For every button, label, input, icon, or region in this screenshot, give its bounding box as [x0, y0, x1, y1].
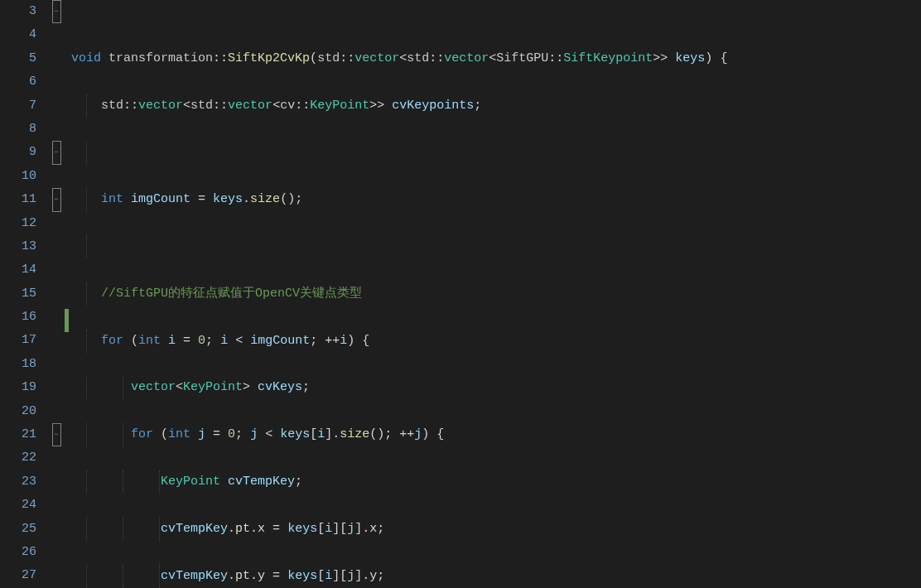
line-number: 19: [0, 376, 36, 399]
line-number: 27: [0, 564, 36, 587]
code-line-3[interactable]: void transformation::SiftKp2CvKp(std::ve…: [71, 47, 921, 70]
code-line-13[interactable]: cvTempKey.pt.x = keys[i][j].x;: [71, 518, 921, 541]
line-number: 4: [0, 23, 36, 46]
line-number: 23: [0, 470, 36, 494]
code-line-14[interactable]: cvTempKey.pt.y = keys[i][j].y;: [71, 565, 921, 588]
code-line-7[interactable]: [71, 235, 921, 258]
line-number: 12: [0, 212, 36, 235]
code-line-11[interactable]: for (int j = 0; j < keys[i].size(); ++j)…: [71, 423, 921, 446]
line-number: 26: [0, 541, 36, 564]
line-number: 17: [0, 329, 36, 352]
fold-minus-icon[interactable]: −: [52, 423, 61, 446]
line-number: 9: [0, 141, 36, 164]
line-number: 11: [0, 188, 36, 211]
line-number: 16: [0, 306, 36, 329]
code-line-5[interactable]: [71, 141, 921, 164]
line-number: 7: [0, 94, 36, 118]
code-line-10[interactable]: vector<KeyPoint> cvKeys;: [71, 376, 921, 399]
line-number: 24: [0, 494, 36, 517]
line-number: 13: [0, 235, 36, 258]
line-number: 14: [0, 258, 36, 282]
code-line-8[interactable]: //SiftGPU的特征点赋值于OpenCV关键点类型: [71, 282, 921, 306]
code-line-6[interactable]: int imgCount = keys.size();: [71, 188, 921, 211]
fold-column: −−−−: [48, 0, 65, 588]
line-number: 15: [0, 282, 36, 306]
line-number: 25: [0, 518, 36, 541]
line-number: 8: [0, 118, 36, 141]
fold-minus-icon[interactable]: −: [52, 141, 61, 164]
code-line-9[interactable]: for (int i = 0; i < imgCount; ++i) {: [71, 330, 921, 353]
line-number: 3: [0, 0, 36, 23]
line-number-gutter: 3456789101112131415161718192021222324252…: [0, 0, 48, 588]
line-number: 20: [0, 400, 36, 423]
code-line-12[interactable]: KeyPoint cvTempKey;: [71, 470, 921, 494]
line-number: 10: [0, 165, 36, 188]
fold-minus-icon[interactable]: −: [52, 188, 61, 211]
fold-minus-icon[interactable]: −: [52, 0, 61, 23]
line-number: 5: [0, 47, 36, 70]
line-number: 21: [0, 423, 36, 446]
line-number: 18: [0, 353, 36, 376]
code-editor[interactable]: void transformation::SiftKp2CvKp(std::ve…: [70, 0, 921, 588]
change-marker: [65, 309, 69, 332]
line-number: 6: [0, 70, 36, 94]
code-line-4[interactable]: std::vector<std::vector<cv::KeyPoint>> c…: [71, 94, 921, 118]
line-number: 22: [0, 446, 36, 470]
